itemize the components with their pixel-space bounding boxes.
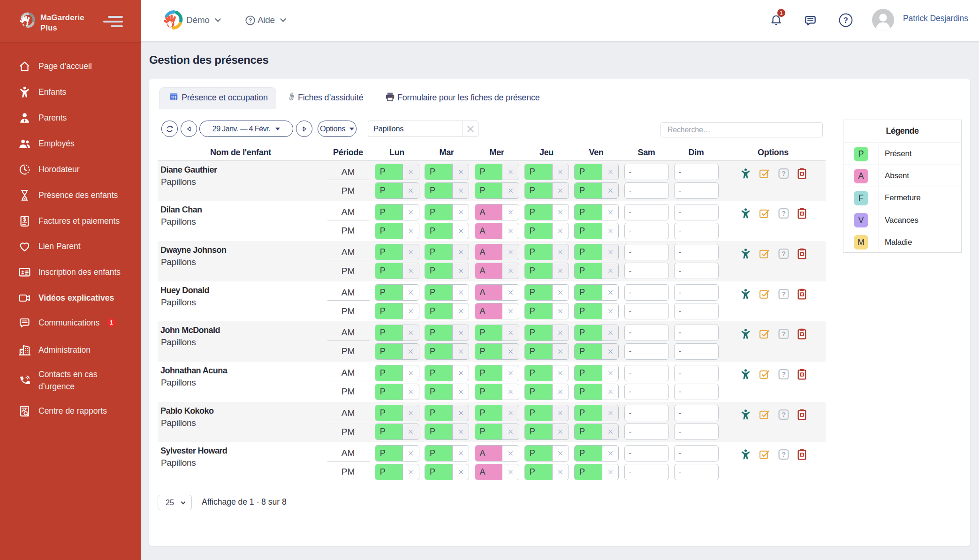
- svg-text:?: ?: [781, 209, 785, 217]
- svg-text:?: ?: [781, 250, 785, 257]
- svg-text:?: ?: [843, 16, 848, 24]
- svg-text:?: ?: [781, 410, 785, 418]
- svg-text:?: ?: [781, 451, 785, 459]
- svg-text:?: ?: [781, 169, 785, 177]
- svg-text:?: ?: [249, 17, 252, 24]
- svg-text:?: ?: [781, 330, 785, 338]
- svg-text:?: ?: [781, 370, 785, 378]
- svg-text:?: ?: [781, 290, 785, 298]
